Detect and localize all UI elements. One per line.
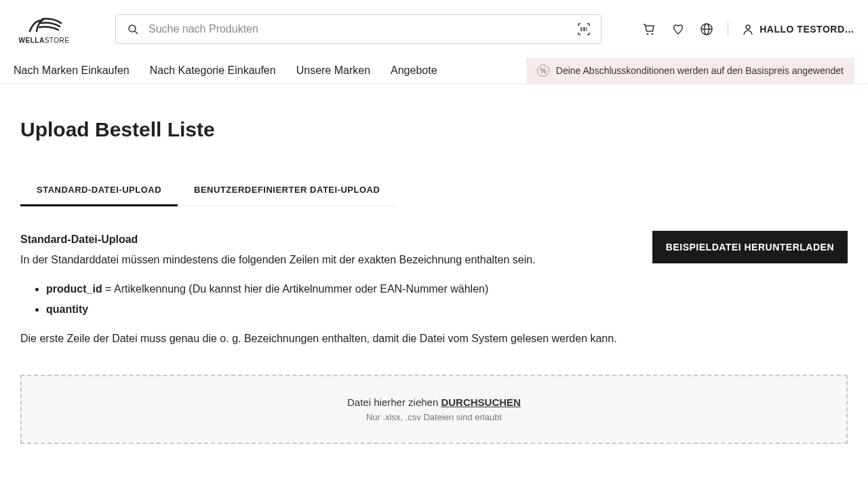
- divider: [728, 22, 728, 37]
- main-nav: Nach Marken Einkaufen Nach Kategorie Ein…: [14, 58, 437, 83]
- percent-icon: %: [537, 64, 549, 77]
- cart-icon[interactable]: [642, 22, 657, 37]
- svg-point-11: [746, 25, 750, 29]
- search-box[interactable]: [115, 14, 601, 44]
- svg-point-0: [129, 25, 136, 32]
- page-title: Upload Bestell Liste: [20, 118, 848, 141]
- logo-text: WELLASTORE: [19, 37, 70, 44]
- barcode-scan-icon[interactable]: [576, 22, 591, 37]
- user-greeting-text: HALLO TESTORD…: [760, 24, 854, 35]
- panel-heading: Standard-Datei-Upload: [20, 231, 625, 248]
- nav-item-category[interactable]: Nach Kategorie Einkaufen: [150, 58, 276, 83]
- nav-item-brands[interactable]: Nach Marken Einkaufen: [14, 58, 130, 83]
- header-top-row: WELLASTORE: [14, 14, 854, 44]
- search-input[interactable]: [149, 23, 568, 35]
- panel-outro: Die erste Zeile der Datei muss genau die…: [20, 330, 625, 348]
- tabs: STANDARD-DATEI-UPLOAD BENUTZERDEFINIERTE…: [20, 175, 396, 206]
- svg-point-6: [647, 33, 649, 35]
- header-icons: HALLO TESTORD…: [642, 22, 854, 37]
- heart-icon[interactable]: [671, 22, 686, 37]
- file-dropzone[interactable]: Datei hierher ziehen DURCHSUCHEN Nur .xl…: [20, 375, 848, 444]
- main-content: Upload Bestell Liste STANDARD-DATEI-UPLO…: [7, 84, 861, 464]
- wella-logo-icon: [24, 14, 64, 34]
- svg-line-1: [135, 31, 138, 34]
- svg-point-7: [652, 33, 654, 35]
- tab-custom-upload[interactable]: BENUTZERDEFINIERTER DATEI-UPLOAD: [178, 175, 396, 206]
- search-icon: [125, 22, 140, 37]
- panel-intro: In der Standarddatei müssen mindestens d…: [20, 251, 625, 269]
- tab-standard-upload[interactable]: STANDARD-DATEI-UPLOAD: [20, 175, 178, 206]
- list-item: product_id = Artikelkennung (Du kannst h…: [46, 280, 625, 298]
- search-wrapper: [115, 14, 601, 44]
- globe-icon[interactable]: [699, 22, 714, 37]
- notice-banner: % Deine Abschlusskonditionen werden auf …: [526, 58, 854, 83]
- nav-item-our-brands[interactable]: Unsere Marken: [296, 58, 370, 83]
- list-item: quantity: [46, 301, 625, 318]
- header: WELLASTORE: [0, 0, 868, 83]
- required-fields-list: product_id = Artikelkennung (Du kannst h…: [46, 280, 625, 318]
- browse-link[interactable]: DURCHSUCHEN: [441, 396, 521, 408]
- dropzone-hint: Nur .xlsx, .csv Dateien sind erlaubt: [42, 412, 826, 422]
- logo[interactable]: WELLASTORE: [14, 14, 75, 44]
- download-sample-button[interactable]: BEISPIELDATEI HERUNTERLADEN: [652, 231, 848, 263]
- dropzone-text: Datei hierher ziehen DURCHSUCHEN: [42, 396, 826, 408]
- user-menu[interactable]: HALLO TESTORD…: [742, 23, 854, 35]
- nav-row: Nach Marken Einkaufen Nach Kategorie Ein…: [14, 58, 854, 83]
- user-icon: [742, 23, 754, 35]
- nav-item-offers[interactable]: Angebote: [391, 58, 437, 83]
- upload-panel: Standard-Datei-Upload In der Standarddat…: [20, 231, 848, 348]
- panel-text: Standard-Datei-Upload In der Standarddat…: [20, 231, 625, 348]
- notice-text: Deine Abschlusskonditionen werden auf de…: [556, 65, 844, 76]
